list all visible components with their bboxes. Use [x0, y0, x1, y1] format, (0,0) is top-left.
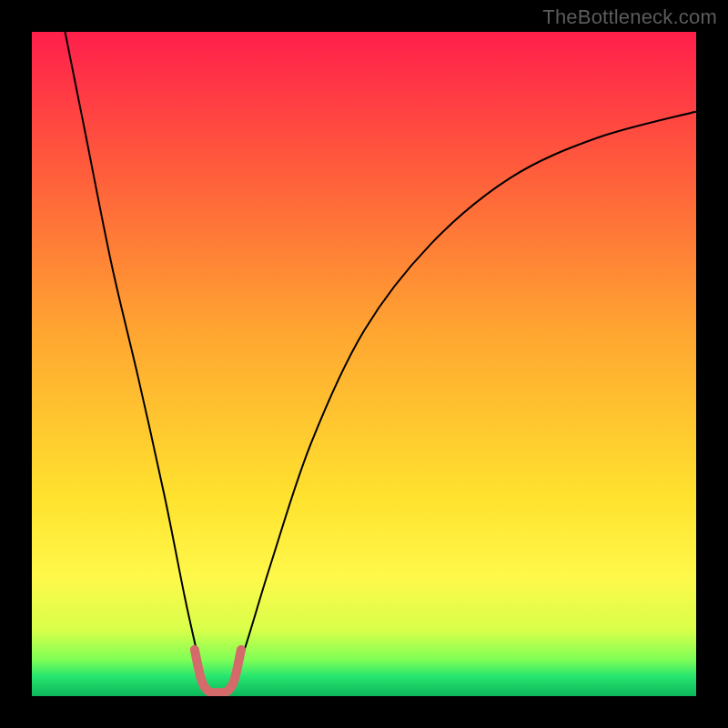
- bottleneck-curve: [66, 32, 697, 694]
- chart-plot: [32, 32, 696, 696]
- valley-marker: [195, 650, 241, 693]
- watermark-text: TheBottleneck.com: [542, 5, 717, 29]
- chart-frame: [32, 32, 696, 696]
